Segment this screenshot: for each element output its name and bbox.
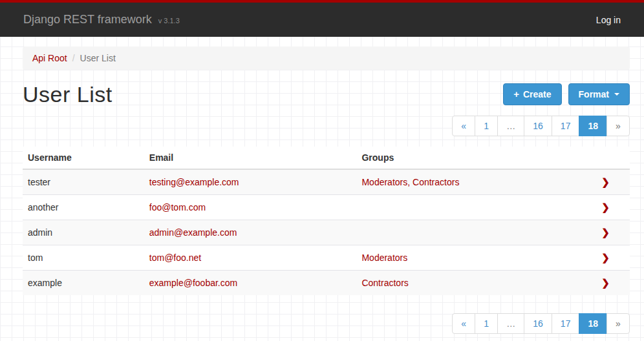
brand-link[interactable]: Django REST framework v 3.1.3 — [23, 13, 180, 26]
chevron-right-icon[interactable]: ❯ — [601, 277, 610, 288]
plus-icon: + — [513, 88, 519, 100]
table-row: admin admin@example.com ❯ — [23, 220, 630, 245]
format-dropdown-button[interactable]: Format — [568, 83, 630, 105]
email-link[interactable]: tom@foo.net — [149, 253, 201, 263]
page-16[interactable]: 16 — [524, 116, 552, 136]
cell-username: example — [23, 271, 144, 296]
header-detail — [581, 147, 630, 169]
page-18-active[interactable]: 18 — [579, 116, 607, 136]
create-button-label: Create — [523, 89, 552, 100]
format-button-label: Format — [579, 89, 609, 100]
brand-title: Django REST framework — [23, 13, 152, 26]
header-email: Email — [144, 147, 357, 169]
table-row: tom tom@foo.net Moderators ❯ — [23, 245, 630, 271]
breadcrumb-current: User List — [80, 53, 116, 63]
page-16[interactable]: 16 — [524, 313, 552, 334]
header-groups: Groups — [356, 147, 581, 169]
cell-username: another — [23, 195, 144, 220]
pagination-bottom: « 1 … 16 17 18 » — [23, 313, 630, 334]
header-username: Username — [23, 147, 144, 169]
create-button[interactable]: + Create — [503, 83, 561, 105]
chevron-right-icon[interactable]: ❯ — [601, 202, 610, 212]
breadcrumb: Api Root / User List — [23, 46, 630, 70]
login-link[interactable]: Log in — [596, 15, 621, 25]
page-next: » — [607, 313, 630, 334]
table-row: example example@foobar.com Contractors ❯ — [23, 271, 630, 296]
page-17[interactable]: 17 — [552, 313, 580, 334]
breadcrumb-api-root[interactable]: Api Root — [32, 53, 67, 63]
groups-link[interactable]: Moderators — [361, 253, 407, 263]
page-1[interactable]: 1 — [475, 116, 498, 136]
table-header-row: Username Email Groups — [23, 147, 630, 169]
groups-link[interactable]: Contractors — [361, 278, 408, 288]
page-ellipsis: … — [498, 116, 524, 136]
page-ellipsis: … — [498, 313, 524, 334]
page-title: User List — [23, 82, 113, 107]
email-link[interactable]: example@foobar.com — [149, 278, 237, 288]
email-link[interactable]: admin@example.com — [149, 227, 237, 238]
chevron-right-icon[interactable]: ❯ — [601, 227, 610, 238]
table-row: another foo@tom.com ❯ — [23, 195, 630, 220]
user-table: Username Email Groups tester testing@exa… — [23, 147, 630, 295]
page-17[interactable]: 17 — [552, 116, 580, 136]
page-first[interactable]: « — [452, 313, 475, 334]
pagination-top: « 1 … 16 17 18 » — [23, 116, 630, 136]
email-link[interactable]: testing@example.com — [149, 177, 239, 187]
page-first[interactable]: « — [452, 116, 475, 136]
breadcrumb-separator: / — [67, 53, 80, 63]
chevron-right-icon[interactable]: ❯ — [601, 252, 610, 263]
cell-username: admin — [23, 220, 144, 245]
toolbar: + Create Format — [503, 83, 630, 105]
groups-link[interactable]: Moderators, Contractors — [361, 177, 459, 187]
cell-username: tom — [23, 245, 144, 271]
cell-username: tester — [23, 169, 144, 195]
page-1[interactable]: 1 — [475, 313, 498, 334]
email-link[interactable]: foo@tom.com — [149, 202, 206, 212]
title-row: User List + Create Format — [23, 81, 630, 108]
table-row: tester testing@example.com Moderators, C… — [23, 169, 630, 195]
brand-version: v 3.1.3 — [158, 17, 180, 25]
page-18-active[interactable]: 18 — [579, 313, 607, 334]
chevron-right-icon[interactable]: ❯ — [601, 176, 610, 187]
caret-down-icon — [614, 93, 619, 96]
page-next: » — [607, 116, 630, 136]
main-container: Api Root / User List User List + Create … — [23, 46, 630, 334]
navbar: Django REST framework v 3.1.3 Log in — [0, 0, 644, 37]
